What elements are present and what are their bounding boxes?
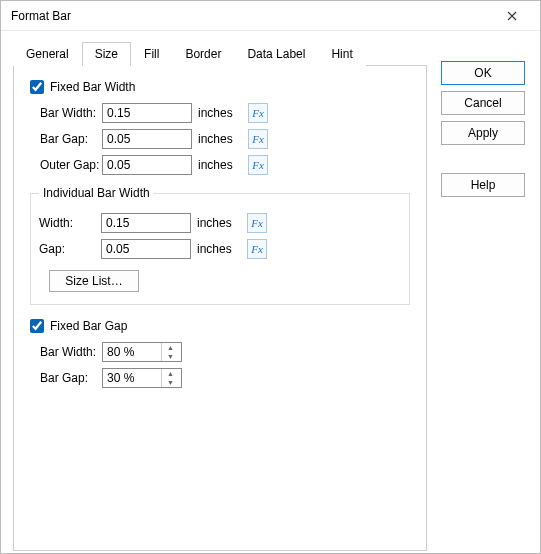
chevron-up-icon: ▲ [162, 343, 179, 352]
fx-icon: Fx [251, 217, 263, 229]
outer-gap-fx-button[interactable]: Fx [248, 155, 268, 175]
fx-icon: Fx [251, 243, 263, 255]
fixed-bar-width-row: Fixed Bar Width [30, 80, 410, 94]
tab-hint[interactable]: Hint [318, 42, 365, 66]
bar-width-unit: inches [198, 106, 238, 120]
size-list-button[interactable]: Size List… [49, 270, 139, 292]
fixed-bar-gap-checkbox[interactable] [30, 319, 44, 333]
individual-bar-width-legend: Individual Bar Width [39, 186, 154, 200]
ind-gap-fx-button[interactable]: Fx [247, 239, 267, 259]
ind-width-row: Width: inches Fx [39, 212, 399, 234]
individual-bar-width-group: Individual Bar Width Width: inches Fx Ga… [30, 186, 410, 305]
fixed-bar-width-checkbox[interactable] [30, 80, 44, 94]
outer-gap-label: Outer Gap: [40, 158, 102, 172]
tab-border[interactable]: Border [172, 42, 234, 66]
tab-panel-size: Fixed Bar Width Bar Width: inches Fx Bar… [13, 65, 427, 551]
dialog-content: General Size Fill Border Data Label Hint… [1, 31, 540, 553]
tab-size[interactable]: Size [82, 42, 131, 66]
ind-gap-row: Gap: inches Fx [39, 238, 399, 260]
bar-width-row: Bar Width: inches Fx [40, 102, 410, 124]
pct-bar-gap-input[interactable] [103, 369, 161, 387]
apply-button[interactable]: Apply [441, 121, 525, 145]
pct-bar-width-spinner[interactable]: ▲ ▼ [102, 342, 182, 362]
bar-width-label: Bar Width: [40, 106, 102, 120]
tab-general[interactable]: General [13, 42, 82, 66]
fx-icon: Fx [252, 107, 264, 119]
ind-gap-input[interactable] [101, 239, 191, 259]
fixed-bar-width-label: Fixed Bar Width [50, 80, 135, 94]
pct-bar-gap-label: Bar Gap: [40, 371, 102, 385]
pct-bar-gap-spinner[interactable]: ▲ ▼ [102, 368, 182, 388]
help-button[interactable]: Help [441, 173, 525, 197]
spinner-buttons[interactable]: ▲ ▼ [161, 369, 179, 387]
spinner-buttons[interactable]: ▲ ▼ [161, 343, 179, 361]
ind-width-input[interactable] [101, 213, 191, 233]
outer-gap-row: Outer Gap: inches Fx [40, 154, 410, 176]
bar-gap-row: Bar Gap: inches Fx [40, 128, 410, 150]
window-title: Format Bar [11, 9, 492, 23]
fx-icon: Fx [252, 159, 264, 171]
bar-width-fx-button[interactable]: Fx [248, 103, 268, 123]
ind-gap-label: Gap: [39, 242, 101, 256]
titlebar: Format Bar [1, 1, 540, 31]
chevron-up-icon: ▲ [162, 369, 179, 378]
close-icon [507, 8, 517, 24]
fx-icon: Fx [252, 133, 264, 145]
tab-data-label[interactable]: Data Label [234, 42, 318, 66]
spacer [441, 151, 528, 167]
bar-gap-label: Bar Gap: [40, 132, 102, 146]
pct-bar-width-input[interactable] [103, 343, 161, 361]
bar-width-input[interactable] [102, 103, 192, 123]
bar-gap-unit: inches [198, 132, 238, 146]
ind-width-label: Width: [39, 216, 101, 230]
pct-bar-gap-row: Bar Gap: ▲ ▼ [40, 367, 410, 389]
ind-width-unit: inches [197, 216, 237, 230]
tab-strip: General Size Fill Border Data Label Hint [13, 41, 427, 65]
outer-gap-input[interactable] [102, 155, 192, 175]
pct-bar-width-row: Bar Width: ▲ ▼ [40, 341, 410, 363]
tab-fill[interactable]: Fill [131, 42, 172, 66]
ind-width-fx-button[interactable]: Fx [247, 213, 267, 233]
ind-gap-unit: inches [197, 242, 237, 256]
ok-button[interactable]: OK [441, 61, 525, 85]
close-button[interactable] [492, 2, 532, 30]
cancel-button[interactable]: Cancel [441, 91, 525, 115]
pct-bar-width-label: Bar Width: [40, 345, 102, 359]
bar-gap-input[interactable] [102, 129, 192, 149]
fixed-bar-gap-label: Fixed Bar Gap [50, 319, 127, 333]
chevron-down-icon: ▼ [162, 378, 179, 387]
bar-gap-fx-button[interactable]: Fx [248, 129, 268, 149]
chevron-down-icon: ▼ [162, 352, 179, 361]
button-column: OK Cancel Apply Help [441, 41, 528, 541]
outer-gap-unit: inches [198, 158, 238, 172]
fixed-bar-gap-row: Fixed Bar Gap [30, 319, 410, 333]
main-panel: General Size Fill Border Data Label Hint… [13, 41, 427, 541]
